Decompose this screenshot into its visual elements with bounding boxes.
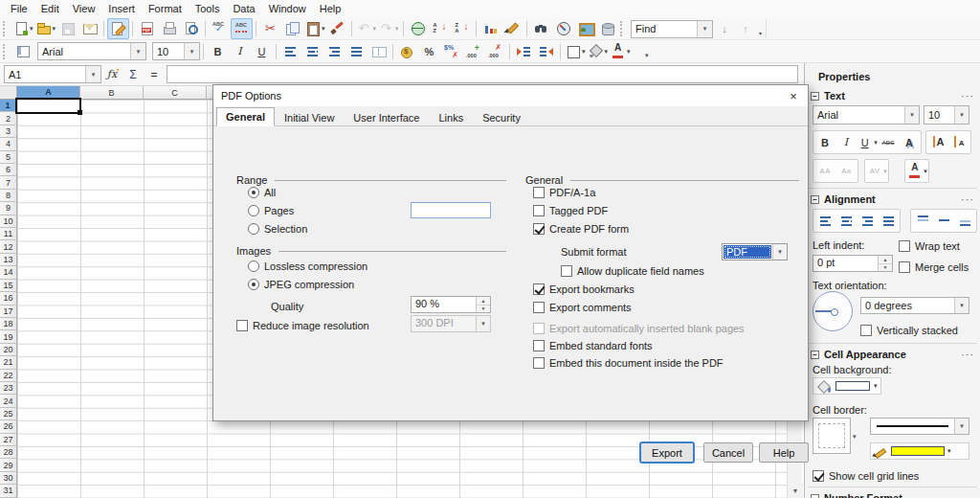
vertically-stacked-checkbox[interactable]: Vertically stacked xyxy=(860,324,958,337)
font-size-combo[interactable]: 10 ▾ xyxy=(152,42,200,60)
menu-tools[interactable]: Tools xyxy=(189,1,227,16)
print-preview-button[interactable] xyxy=(180,18,202,39)
decrease-font-size-button[interactable] xyxy=(948,132,969,152)
tab-links[interactable]: Links xyxy=(429,108,473,126)
toolbar-grip[interactable] xyxy=(3,44,8,59)
sidebar-shadow-button[interactable] xyxy=(899,132,920,152)
copy-button[interactable] xyxy=(281,18,303,39)
name-box[interactable]: A1 ▾ xyxy=(4,65,101,83)
row-header-4[interactable]: 4 xyxy=(0,138,17,150)
resolution-combo[interactable]: 300 DPI ▾ xyxy=(411,315,491,332)
row-header-28[interactable]: 28 xyxy=(0,446,17,459)
menu-edit[interactable]: Edit xyxy=(34,1,66,16)
cell-reference[interactable]: A1 xyxy=(5,69,85,80)
menu-format[interactable]: Format xyxy=(142,1,189,16)
insert-hyperlink-button[interactable] xyxy=(407,18,429,39)
sort-ascending-button[interactable] xyxy=(429,18,451,39)
row-header-24[interactable]: 24 xyxy=(0,395,17,407)
text-section-header[interactable]: − Text ··· xyxy=(811,90,974,102)
send-email-button[interactable] xyxy=(78,18,100,39)
row-header-8[interactable]: 8 xyxy=(0,190,17,202)
column-header-b[interactable]: B xyxy=(80,86,144,100)
new-document-button[interactable]: ▾ xyxy=(11,18,34,39)
background-color-dropdown-arrow[interactable]: ▾ xyxy=(605,48,609,56)
menu-insert[interactable]: Insert xyxy=(101,1,142,16)
open-button[interactable]: ▾ xyxy=(34,18,57,39)
column-header-c[interactable]: C xyxy=(144,86,207,100)
auto-spellcheck-button[interactable] xyxy=(231,18,253,39)
add-decimal-place-button[interactable] xyxy=(462,41,484,62)
row-header-17[interactable]: 17 xyxy=(0,306,17,318)
row-header-15[interactable]: 15 xyxy=(0,280,17,292)
increase-indent-button[interactable] xyxy=(513,41,535,62)
font-size-dropdown-arrow[interactable]: ▾ xyxy=(184,43,199,59)
borders-button[interactable]: ▾ xyxy=(564,41,587,62)
sidebar-italic-button[interactable] xyxy=(835,132,857,152)
vertically-stacked-checkbox-control[interactable] xyxy=(860,325,872,336)
orientation-dropdown-arrow[interactable]: ▾ xyxy=(954,298,969,313)
cut-button[interactable] xyxy=(259,18,281,39)
align-right-button[interactable] xyxy=(857,211,878,231)
sidebar-font-color-button[interactable]: ▾ xyxy=(906,161,927,181)
align-left-button[interactable] xyxy=(279,41,301,62)
row-header-26[interactable]: 26 xyxy=(0,420,17,433)
cell-background-button[interactable]: ▾ xyxy=(813,377,881,395)
paste-dropdown-arrow[interactable]: ▾ xyxy=(322,25,325,33)
embed-fonts-checkbox[interactable]: Embed standard fonts xyxy=(533,339,653,352)
toolbar-grip[interactable] xyxy=(3,21,8,36)
align-justified-button[interactable] xyxy=(878,211,899,231)
radio-jpeg[interactable]: JPEG compression xyxy=(248,278,354,291)
name-box-dropdown-arrow[interactable]: ▾ xyxy=(85,66,100,82)
pages-input[interactable] xyxy=(411,202,491,218)
spelling-button[interactable] xyxy=(209,18,231,39)
indent-spin-down[interactable]: ▼ xyxy=(879,264,892,272)
show-grid-lines-checkbox-control[interactable] xyxy=(813,470,824,482)
find-input[interactable]: Find ▾ xyxy=(631,20,713,38)
row-header-6[interactable]: 6 xyxy=(0,164,17,176)
sidebar-font-size-dropdown-arrow[interactable]: ▾ xyxy=(954,106,969,124)
sidebar-font-size-combo[interactable]: 10 ▾ xyxy=(924,105,969,124)
embed-fonts-checkbox-control[interactable] xyxy=(533,340,545,351)
resolution-dropdown-arrow[interactable]: ▾ xyxy=(476,316,490,331)
row-header-11[interactable]: 11 xyxy=(0,228,17,240)
background-color-button[interactable]: ▾ xyxy=(587,41,610,62)
submit-format-value[interactable]: PDF xyxy=(724,245,771,259)
pdfa-checkbox[interactable]: PDF/A-1a xyxy=(533,186,595,199)
number-format-section-header[interactable]: − Number Format xyxy=(811,492,974,498)
tab-general[interactable]: General xyxy=(216,107,275,126)
sidebar-underline-button[interactable]: ▾ xyxy=(857,132,878,152)
row-header-30[interactable]: 30 xyxy=(0,472,17,485)
align-right-button[interactable] xyxy=(323,41,345,62)
export-comments-checkbox-control[interactable] xyxy=(533,302,545,313)
radio-jpeg-control[interactable] xyxy=(248,279,259,290)
open-dropdown-arrow[interactable]: ▾ xyxy=(53,25,56,33)
left-indent-stepper[interactable]: 0 pt ▲▼ xyxy=(813,255,893,272)
create-pdf-form-checkbox-control[interactable] xyxy=(533,223,545,235)
merge-cells-checkbox[interactable]: Merge cells xyxy=(899,260,969,274)
row-header-9[interactable]: 9 xyxy=(0,202,17,215)
menu-window[interactable]: Window xyxy=(262,1,313,16)
row-header-19[interactable]: 19 xyxy=(0,330,17,343)
find-toolbar-grip[interactable] xyxy=(620,21,625,36)
orientation-dial[interactable] xyxy=(813,291,853,331)
collapse-icon[interactable]: − xyxy=(811,92,819,101)
find-previous-button[interactable]: ↑ xyxy=(736,20,755,38)
border-line-style-combo[interactable]: ▾ xyxy=(870,418,969,435)
redo-button[interactable]: ▾ xyxy=(377,18,400,39)
menu-file[interactable]: File xyxy=(4,1,34,16)
navigator-button[interactable] xyxy=(552,18,574,39)
sort-descending-button[interactable] xyxy=(451,18,473,39)
menu-view[interactable]: View xyxy=(66,1,102,16)
left-indent-value[interactable]: 0 pt xyxy=(813,256,878,271)
radio-all[interactable]: All xyxy=(248,186,276,199)
reduce-resolution-checkbox-control[interactable] xyxy=(236,320,248,331)
font-name-combo[interactable]: Arial ▾ xyxy=(37,42,146,60)
cell-appearance-section-header[interactable]: − Cell Appearance ··· xyxy=(811,349,974,360)
submit-format-combo[interactable]: PDF ▾ xyxy=(722,243,788,260)
export-comments-checkbox[interactable]: Export comments xyxy=(533,301,632,314)
row-header-5[interactable]: 5 xyxy=(0,151,17,164)
font-color-dropdown-arrow[interactable]: ▾ xyxy=(627,48,631,56)
lowercase-button[interactable] xyxy=(835,161,857,181)
formula-button[interactable] xyxy=(144,65,165,84)
formula-input-line[interactable] xyxy=(167,65,798,83)
